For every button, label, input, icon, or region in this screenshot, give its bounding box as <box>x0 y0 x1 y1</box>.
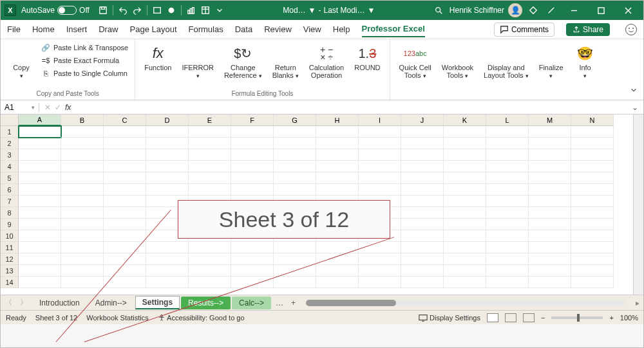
cell[interactable] <box>401 253 444 265</box>
cell[interactable] <box>571 172 614 184</box>
tab-file[interactable]: File <box>7 22 21 37</box>
redo-icon[interactable] <box>131 5 143 16</box>
row-header[interactable]: 2 <box>1 138 19 149</box>
cell[interactable] <box>231 161 274 172</box>
cell[interactable] <box>316 138 359 149</box>
row-header[interactable]: 10 <box>1 230 19 242</box>
zoom-slider[interactable] <box>551 316 603 319</box>
cell[interactable] <box>61 230 104 242</box>
cell[interactable] <box>274 253 316 265</box>
close-button[interactable] <box>616 1 639 20</box>
sheet-tab[interactable]: Calc--> <box>232 297 271 309</box>
cell[interactable] <box>571 126 614 138</box>
cell[interactable] <box>316 277 359 288</box>
cell[interactable] <box>104 230 146 242</box>
sheet-tab[interactable]: Admin--> <box>88 297 134 309</box>
cell[interactable] <box>444 277 486 288</box>
calculation-operation-button[interactable]: + −× ÷Calculation Operation <box>305 42 348 82</box>
cell[interactable] <box>359 138 401 149</box>
column-header[interactable]: C <box>104 114 146 126</box>
cell[interactable] <box>61 253 104 265</box>
cell[interactable] <box>61 277 104 288</box>
select-all-corner[interactable] <box>1 114 19 126</box>
qat-icon[interactable] <box>151 5 163 16</box>
display-layout-tools-button[interactable]: Display and Layout Tools ▾ <box>480 42 533 82</box>
tab-draw[interactable]: Draw <box>99 22 118 37</box>
cell[interactable] <box>274 277 316 288</box>
sheet-tab[interactable]: Introduction <box>32 297 87 309</box>
cell[interactable] <box>61 161 104 172</box>
cell[interactable] <box>444 126 486 138</box>
undo-icon[interactable] <box>117 5 129 16</box>
cell[interactable] <box>529 196 571 207</box>
cell[interactable] <box>61 172 104 184</box>
cell[interactable] <box>571 242 614 253</box>
cell[interactable] <box>444 219 486 230</box>
row-header[interactable]: 6 <box>1 184 19 196</box>
cell[interactable] <box>444 253 486 265</box>
cell[interactable] <box>529 172 571 184</box>
cell[interactable] <box>19 277 61 288</box>
cell[interactable] <box>571 161 614 172</box>
cell[interactable] <box>104 184 146 196</box>
column-header[interactable]: J <box>401 114 444 126</box>
cell[interactable] <box>486 253 529 265</box>
cell[interactable] <box>571 207 614 219</box>
sheet-tab[interactable]: Results--> <box>181 297 231 309</box>
cell[interactable] <box>316 242 359 253</box>
tab-insert[interactable]: Insert <box>66 22 88 37</box>
row-header[interactable]: 12 <box>1 253 19 265</box>
cell[interactable] <box>19 253 61 265</box>
column-header[interactable]: M <box>529 114 571 126</box>
qat-dropdown-icon[interactable] <box>214 5 225 16</box>
row-header[interactable]: 8 <box>1 207 19 219</box>
cell[interactable] <box>19 230 61 242</box>
zoom-in-button[interactable]: + <box>609 314 613 322</box>
cell[interactable] <box>189 184 231 196</box>
function-button[interactable]: fxFunction <box>140 42 175 74</box>
cell[interactable] <box>529 126 571 138</box>
cell[interactable] <box>571 138 614 149</box>
cell[interactable] <box>316 172 359 184</box>
tab-formulas[interactable]: Formulas <box>189 22 223 37</box>
brush-icon[interactable] <box>545 5 557 16</box>
row-header[interactable]: 4 <box>1 161 19 172</box>
cell[interactable] <box>401 219 444 230</box>
cell[interactable] <box>359 126 401 138</box>
cell[interactable] <box>104 265 146 277</box>
feedback-icon[interactable] <box>625 24 637 35</box>
cell[interactable] <box>444 207 486 219</box>
cell[interactable] <box>359 242 401 253</box>
cell[interactable] <box>146 277 189 288</box>
cell[interactable] <box>486 161 529 172</box>
cell[interactable] <box>189 265 231 277</box>
cell[interactable] <box>444 138 486 149</box>
cell[interactable] <box>486 138 529 149</box>
sheet-more-button[interactable]: … <box>272 298 287 307</box>
cell[interactable] <box>61 138 104 149</box>
cell[interactable] <box>486 242 529 253</box>
cell[interactable] <box>61 196 104 207</box>
cell[interactable] <box>571 184 614 196</box>
return-blanks-button[interactable]: Return Blanks ▾ <box>269 42 303 82</box>
cell[interactable] <box>146 138 189 149</box>
cell[interactable] <box>146 172 189 184</box>
cell[interactable] <box>444 265 486 277</box>
cell[interactable] <box>19 196 61 207</box>
cell[interactable] <box>146 184 189 196</box>
paste-exact-button[interactable]: =$Paste Exact Formula <box>39 55 129 66</box>
cell[interactable] <box>571 230 614 242</box>
cell[interactable] <box>189 149 231 161</box>
cell[interactable] <box>189 172 231 184</box>
workbook-tools-button[interactable]: Workbook Tools ▾ <box>438 42 477 82</box>
cell[interactable] <box>401 161 444 172</box>
cell[interactable] <box>146 242 189 253</box>
cell[interactable] <box>19 207 61 219</box>
cell[interactable] <box>61 184 104 196</box>
tab-home[interactable]: Home <box>32 22 55 37</box>
column-header[interactable]: E <box>189 114 231 126</box>
cell[interactable] <box>189 126 231 138</box>
cell[interactable] <box>444 242 486 253</box>
cell[interactable] <box>104 219 146 230</box>
cell[interactable] <box>486 184 529 196</box>
